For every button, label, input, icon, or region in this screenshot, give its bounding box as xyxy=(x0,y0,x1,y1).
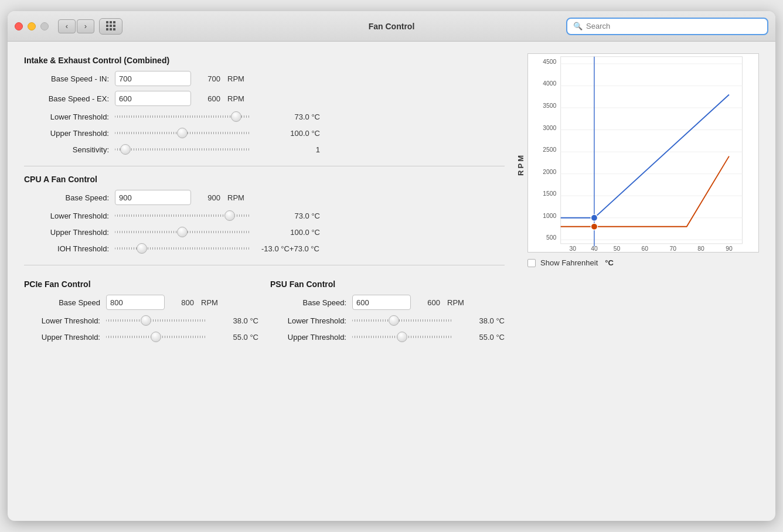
psu-lower-threshold-slider[interactable] xyxy=(352,315,452,326)
window-title: Fan Control xyxy=(369,22,415,31)
slider-thumb-3[interactable] xyxy=(120,144,131,155)
slider-thumb-10[interactable] xyxy=(397,332,407,342)
svg-text:80: 80 xyxy=(697,245,704,252)
titlebar: ‹ › Fan Control 🔍 xyxy=(8,11,775,42)
slider-thumb-6[interactable] xyxy=(137,243,147,254)
traffic-lights xyxy=(15,22,49,30)
cpu-base-speed-rpm: 900 xyxy=(197,193,220,202)
svg-text:2500: 2500 xyxy=(543,146,556,153)
sensitivity-label: Sensitivity: xyxy=(24,145,109,154)
forward-button[interactable]: › xyxy=(77,19,94,33)
lower-threshold-in-slider[interactable] xyxy=(115,111,250,122)
intake-exhaust-section: Intake & Exhaust Control (Combined) Base… xyxy=(24,53,505,160)
slider-thumb-7[interactable] xyxy=(141,315,151,326)
base-speed-ex-label: Base Speed - EX: xyxy=(24,94,109,103)
sensitivity-row: Sensitivity: 1 xyxy=(24,144,505,155)
upper-threshold-in-slider[interactable] xyxy=(115,127,250,139)
rpm-unit-2: RPM xyxy=(227,94,244,103)
show-fahrenheit-row: Show Fahrenheit °C xyxy=(527,258,759,267)
grid-icon xyxy=(106,21,116,31)
cpu-base-speed-row: Base Speed: 900 RPM xyxy=(24,190,505,205)
psu-base-speed-row: Base Speed: 600 RPM xyxy=(270,295,505,310)
pcie-lower-threshold-slider[interactable] xyxy=(106,315,206,326)
svg-text:1000: 1000 xyxy=(543,213,556,219)
bottom-panels: PCIe Fan Control Base Speed 800 RPM Lowe… xyxy=(24,277,505,347)
svg-point-21 xyxy=(591,223,597,230)
pcie-base-speed-row: Base Speed 800 RPM xyxy=(24,295,258,310)
svg-text:50: 50 xyxy=(614,245,621,252)
psu-upper-threshold-label: Upper Threshold: xyxy=(270,333,346,342)
slider-thumb-4[interactable] xyxy=(224,210,235,221)
rpm-unit-4: RPM xyxy=(201,298,218,307)
lower-threshold-in-row: Lower Threshold: 73.0 °C xyxy=(24,111,505,122)
pcie-title: PCIe Fan Control xyxy=(24,279,258,289)
lower-threshold-in-label: Lower Threshold: xyxy=(24,112,109,121)
slider-track-8 xyxy=(106,336,206,338)
chart-content: 4500 4000 3500 3000 2500 2000 1500 1000 … xyxy=(527,53,759,276)
svg-point-20 xyxy=(591,214,597,221)
psu-base-speed-input[interactable] xyxy=(352,295,411,310)
pcie-base-speed-input[interactable] xyxy=(106,295,165,310)
search-input[interactable] xyxy=(586,22,761,30)
cpu-upper-threshold-row: Upper Threshold: 100.0 °C xyxy=(24,226,505,238)
minimize-button[interactable] xyxy=(28,22,36,30)
cpu-a-title: CPU A Fan Control xyxy=(24,175,505,184)
search-box[interactable]: 🔍 xyxy=(566,18,768,35)
slider-thumb[interactable] xyxy=(231,111,241,122)
svg-text:60: 60 xyxy=(642,245,649,252)
chart-ylabel: RPM xyxy=(516,154,525,176)
show-fahrenheit-label: Show Fahrenheit xyxy=(540,258,598,267)
slider-thumb-8[interactable] xyxy=(151,332,161,342)
pcie-base-speed-rpm: 800 xyxy=(171,298,194,307)
slider-track-9 xyxy=(352,319,452,322)
close-button[interactable] xyxy=(15,22,23,30)
cpu-a-section: CPU A Fan Control Base Speed: 900 RPM Lo… xyxy=(24,172,505,259)
maximize-button[interactable] xyxy=(40,22,49,30)
grid-button[interactable] xyxy=(99,18,122,35)
psu-lower-threshold-value: 38.0 °C xyxy=(464,316,505,325)
slider-track-6 xyxy=(115,247,250,250)
base-speed-ex-input[interactable] xyxy=(115,91,191,106)
pcie-upper-threshold-slider[interactable] xyxy=(106,331,206,343)
svg-text:4500: 4500 xyxy=(543,59,556,65)
svg-text:500: 500 xyxy=(546,234,556,241)
upper-threshold-in-row: Upper Threshold: 100.0 °C xyxy=(24,127,505,139)
pcie-lower-threshold-row: Lower Threshold: 38.0 °C xyxy=(24,315,258,326)
slider-track-3 xyxy=(115,148,250,151)
intake-exhaust-title: Intake & Exhaust Control (Combined) xyxy=(24,56,505,65)
left-panel: Intake & Exhaust Control (Combined) Base… xyxy=(24,53,505,509)
slider-thumb-2[interactable] xyxy=(177,128,188,138)
svg-text:3500: 3500 xyxy=(543,103,556,109)
ioh-threshold-slider[interactable] xyxy=(115,243,250,254)
svg-text:90: 90 xyxy=(726,245,733,252)
ioh-threshold-label: IOH Threshold: xyxy=(24,244,109,253)
upper-threshold-in-label: Upper Threshold: xyxy=(24,129,109,138)
pcie-section: PCIe Fan Control Base Speed 800 RPM Lowe… xyxy=(24,277,258,347)
back-button[interactable]: ‹ xyxy=(58,19,76,33)
psu-base-speed-rpm: 600 xyxy=(417,298,440,307)
svg-text:4000: 4000 xyxy=(543,80,556,87)
sensitivity-value: 1 xyxy=(261,145,320,154)
pcie-lower-threshold-label: Lower Threshold: xyxy=(24,316,100,325)
svg-text:3000: 3000 xyxy=(543,125,556,131)
upper-threshold-in-value: 100.0 °C xyxy=(261,129,320,138)
slider-thumb-9[interactable] xyxy=(389,315,399,326)
nav-buttons: ‹ › xyxy=(58,19,94,33)
cpu-upper-threshold-slider[interactable] xyxy=(115,226,250,238)
psu-section: PSU Fan Control Base Speed: 600 RPM Lowe… xyxy=(270,277,505,347)
slider-thumb-5[interactable] xyxy=(177,227,188,237)
base-speed-in-label: Base Speed - IN: xyxy=(24,74,109,83)
cpu-lower-threshold-slider[interactable] xyxy=(115,210,250,221)
divider-2 xyxy=(24,265,505,265)
ioh-threshold-value: -13.0 °C+73.0 °C xyxy=(261,244,319,253)
base-speed-in-input[interactable] xyxy=(115,71,191,86)
show-fahrenheit-checkbox[interactable] xyxy=(527,259,536,267)
slider-track-4 xyxy=(115,214,250,217)
base-speed-in-row: Base Speed - IN: 700 RPM xyxy=(24,71,505,86)
main-content: Intake & Exhaust Control (Combined) Base… xyxy=(8,42,775,521)
cpu-lower-threshold-label: Lower Threshold: xyxy=(24,212,109,220)
sensitivity-slider[interactable] xyxy=(115,144,250,155)
cpu-base-speed-input[interactable] xyxy=(115,190,191,205)
psu-upper-threshold-slider[interactable] xyxy=(352,331,452,343)
psu-lower-threshold-label: Lower Threshold: xyxy=(270,316,346,325)
